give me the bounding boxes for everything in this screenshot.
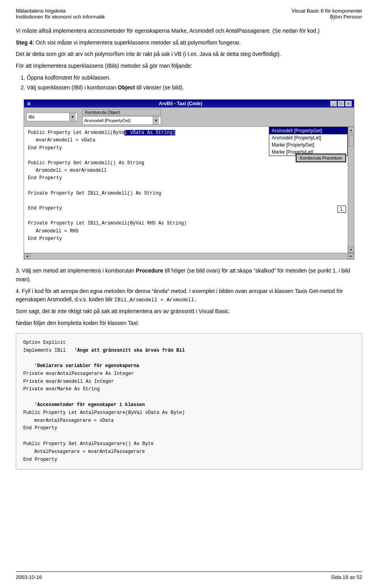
komboruta-object-label: Komboruta Object (82, 109, 161, 115)
dropdown-item-arsmodell-let[interactable]: Arsmodell [PropertyLet] (269, 134, 347, 141)
code-line-6: Arsmodell = mvarArsmodell (28, 167, 350, 174)
vertical-scrollbar[interactable]: ▲ ▼ (348, 127, 354, 253)
vb-toolbar: IBil ▼ Komboruta Object Arsmodell [Prope… (24, 108, 354, 127)
paragraph-5: Som sagt, det är inte riktigt rakt på sa… (16, 307, 362, 316)
header-left: Mälardalens högskola Institutionen för e… (16, 8, 105, 20)
code-comment-access: 'Accessmetoder för egenskaper i klassen (23, 401, 355, 409)
vb-window-icon: 🖥 (26, 101, 31, 106)
page: Mälardalens högskola Institutionen för e… (0, 0, 378, 588)
paragraph-1: Vi måste alltså implementera accessmetod… (16, 27, 362, 35)
step2-post: till vänster (se bild). (135, 84, 184, 91)
horizontal-scrollbar[interactable]: ◄ ► (24, 253, 354, 259)
vb-window-title: ArvBil - Taxi (Code) (159, 101, 202, 106)
procedure-combo[interactable]: Arsmodell [PropertyGet] ▼ (82, 116, 161, 125)
paragraph-6: Nedan följer den kompletta koden för kla… (16, 319, 362, 328)
vb-titlebar-controls: _ □ × (330, 101, 352, 106)
header: Mälardalens högskola Institutionen för e… (16, 8, 362, 20)
minimize-button[interactable]: _ (330, 101, 337, 106)
code-line-proplet-antal: Public Property Let AntalPassagerare(ByV… (23, 409, 355, 417)
code-line-8 (28, 182, 350, 189)
step3-bold: Procedure (136, 267, 163, 274)
close-button[interactable]: × (345, 101, 352, 106)
procedure-dropdown[interactable]: Arsmodell [PropertyGet] Arsmodell [Prope… (269, 127, 348, 156)
paragraph-3: Det är detta som gör att arv och polymor… (16, 50, 362, 59)
vb-titlebar: 🖥 ArvBil - Taxi (Code) _ □ × (24, 100, 354, 108)
step4-label: Steg 4: (16, 39, 34, 46)
code-line-blank3 (23, 432, 355, 440)
code-line-proplet-antal-body: mvarAntalPassagerare = vData (23, 417, 355, 425)
course-title: Visual Basic 6 för komponenter (291, 8, 362, 14)
code-line-proplet-antal-end: End Property (23, 425, 355, 432)
code-line-13: Private Property Let IBil_Arsmodell(ByVa… (28, 220, 350, 227)
code-line-var1: Private mvarAntalPassagerare As Integer (23, 370, 355, 378)
code-line-9: Private Property Get IBil_Arsmodell() As… (28, 190, 350, 197)
code-line-opt: Option Explicit (23, 339, 355, 347)
code-comment-vars: 'Deklarera variabler för egenskaperna (23, 362, 355, 370)
code-line-7: End Property (28, 174, 350, 182)
object-combo[interactable]: IBil ▼ (26, 113, 78, 121)
code-line-11: End Property (28, 205, 350, 212)
step2-bold: Object (118, 84, 135, 91)
procedure-combo-arrow[interactable]: ▼ (153, 117, 159, 124)
code-line-var2: Private mvarArsmodell As Integer (23, 378, 355, 386)
code-line-blank1 (23, 354, 355, 362)
paragraph-2-rest: Och sist måste vi implementera superklas… (34, 39, 241, 46)
code-line-propget-antal: Public Property Get AntalPassagerare() A… (23, 440, 355, 448)
vb-content-area: Public Property Let Arsmodell(ByVal vDat… (24, 127, 354, 253)
scroll-down-button[interactable]: ▼ (348, 247, 354, 253)
code-line-propget-antal-body: AntalPassagerare = mvarAntalPassagerare (23, 448, 355, 456)
footer-date: 2003-10-16 (16, 574, 42, 580)
code-box: Option Explicit Implements IBil 'Ange at… (16, 333, 362, 470)
code-line-blank2 (23, 393, 355, 401)
step-1-item: Öppna kodfönstret för subklassen. (27, 74, 362, 82)
dropdown-item-arsmodell-get[interactable]: Arsmodell [PropertyGet] (269, 127, 347, 134)
paragraph-4: För att implementera superklassens (IBil… (16, 62, 362, 70)
scroll-left-button[interactable]: ◄ (24, 253, 30, 259)
paragraph-step3: 3. Välj sen metod att implementera i kom… (16, 267, 362, 284)
code-line-var3: Private mvarMarke As String (23, 386, 355, 393)
step4-code: IBil_Arsmodell = Arsmodell. (114, 297, 197, 303)
step2-pre: Välj superklassen (IBil) i komborutan (27, 84, 118, 91)
paragraph-2: Steg 4: Och sist måste vi implementera s… (16, 39, 362, 47)
scroll-thumb[interactable] (349, 135, 354, 147)
footer-page: Sida 19 av 52 (331, 574, 362, 580)
code-line-12 (28, 212, 350, 220)
label-1: 1. (337, 206, 346, 213)
object-combo-arrow[interactable]: ▼ (69, 113, 76, 121)
code-line-14: Arsmodell = RHS (28, 228, 350, 235)
institution-name: Mälardalens högskola (16, 8, 105, 14)
code-line-15: End Property (28, 235, 350, 243)
footer: 2003-10-16 Sida 19 av 52 (16, 571, 362, 580)
object-combo-label: IBil (28, 115, 34, 119)
step3-pre: 3. Välj sen metod att implementera i kom… (16, 267, 136, 274)
department-name: Institutionen för ekonomi och informatik (16, 14, 105, 20)
komboruta-procedure-callout: Komboruta Procedure (296, 154, 346, 162)
author-name: Björn Persson (291, 14, 362, 20)
step-2-item: Välj superklassen (IBil) i komborutan Ob… (27, 83, 362, 92)
scroll-up-button[interactable]: ▲ (348, 127, 354, 133)
paragraph-step4: 4. Fyll i kod för att anropa den egna me… (16, 287, 362, 304)
code-line-10 (28, 197, 350, 205)
header-right: Visual Basic 6 för komponenter Björn Per… (291, 8, 362, 20)
scroll-h-track (30, 253, 348, 259)
procedure-combo-label: Arsmodell [PropertyGet] (84, 118, 130, 123)
code-line-propget-antal-end: End Property (23, 456, 355, 464)
maximize-button[interactable]: □ (338, 101, 344, 106)
scroll-right-button[interactable]: ► (348, 253, 354, 259)
steps-list: Öppna kodfönstret för subklassen. Välj s… (27, 74, 362, 92)
dropdown-item-marke-get[interactable]: Marke [PropertyGet] (269, 141, 347, 148)
vb-code-window: 🖥 ArvBil - Taxi (Code) _ □ × IBil ▼ Komb… (24, 99, 354, 260)
code-line-impl: Implements IBil 'Ange att gränssnitt ska… (23, 347, 355, 355)
